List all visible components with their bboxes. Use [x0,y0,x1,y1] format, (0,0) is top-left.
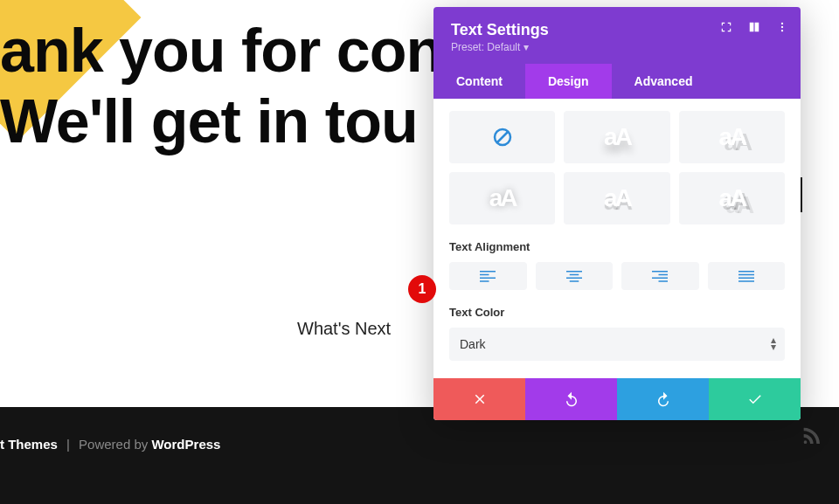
close-icon [472,391,488,407]
preset-dropdown[interactable]: Preset: Default ▾ [451,41,783,53]
align-right-button[interactable] [621,262,699,290]
align-center-button[interactable] [536,262,614,290]
footer-themes[interactable]: t Themes [0,437,58,452]
svg-rect-6 [480,274,489,276]
shadow-option-3[interactable]: aA [449,172,555,224]
redo-button[interactable] [617,378,709,420]
svg-rect-20 [738,280,754,282]
hero-heading: ank you for con We'll get in tou [0,16,442,156]
svg-point-0 [781,23,783,24]
none-icon [492,127,513,148]
align-left-button[interactable] [449,262,527,290]
align-justify-button[interactable] [708,262,786,290]
svg-rect-13 [652,271,668,273]
panel-tabs: Content Design Advanced [433,64,801,99]
svg-rect-12 [570,280,579,282]
svg-rect-7 [480,278,496,280]
confirm-button[interactable] [709,378,801,420]
svg-rect-18 [738,274,754,276]
redo-icon [655,391,671,407]
rss-icon[interactable] [801,425,820,444]
align-justify-icon [738,270,754,282]
undo-button[interactable] [525,378,617,420]
shadow-option-2[interactable]: aA [679,111,785,163]
tab-design[interactable]: Design [525,64,612,99]
text-color-select[interactable] [449,328,785,361]
annotation-badge-1: 1 [408,275,436,303]
close-button[interactable] [433,378,525,420]
tab-content[interactable]: Content [433,64,525,99]
shadow-option-5[interactable]: aA [679,172,785,224]
svg-line-4 [497,132,508,142]
text-settings-panel: Text Settings Preset: Default ▾ Content … [433,7,801,420]
more-icon[interactable] [776,21,788,37]
svg-rect-15 [652,278,668,280]
svg-point-2 [781,30,783,31]
undo-icon [564,391,579,407]
align-left-icon [480,270,496,282]
alignment-label: Text Alignment [449,240,785,253]
color-label: Text Color [449,306,785,319]
svg-point-1 [781,26,783,28]
columns-icon[interactable] [748,21,760,37]
check-icon [747,391,763,407]
shadow-option-1[interactable]: aA [564,111,669,163]
svg-rect-16 [659,280,669,282]
svg-rect-11 [566,278,582,280]
expand-icon[interactable] [720,21,732,37]
whats-next-heading: What's Next [297,319,391,339]
tab-advanced[interactable]: Advanced [612,64,716,99]
svg-rect-14 [659,274,669,276]
svg-rect-5 [480,271,496,273]
panel-header: Text Settings Preset: Default ▾ [433,7,801,64]
footer-wordpress-link[interactable]: WordPress [151,437,220,452]
align-center-icon [566,270,582,282]
text-shadow-grid: aA aA aA aA aA [449,111,785,224]
svg-rect-9 [566,271,582,273]
panel-actions [433,378,801,420]
page-footer: t Themes | Powered by WordPress [0,407,839,504]
svg-rect-17 [738,271,754,273]
align-right-icon [652,270,668,282]
svg-rect-10 [570,274,579,276]
shadow-none[interactable] [449,111,555,163]
svg-rect-8 [480,280,489,282]
svg-rect-19 [738,278,754,280]
shadow-option-4[interactable]: aA [564,172,669,224]
